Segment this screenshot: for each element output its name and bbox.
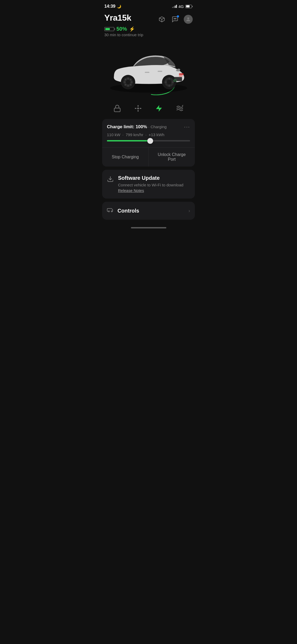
charge-added: +13 kWh <box>149 132 164 137</box>
car-battery-bar <box>104 27 114 31</box>
charge-slider[interactable] <box>102 140 195 145</box>
svg-line-2 <box>162 18 164 19</box>
svg-rect-29 <box>145 72 149 73</box>
signal-bars <box>172 5 177 8</box>
action-buttons: Stop Charging Unlock Charge Port <box>102 147 195 167</box>
messages-icon[interactable] <box>171 15 180 24</box>
svg-point-38 <box>108 211 109 212</box>
charge-card: Charge limit: 100% · Charging ··· 110 kW… <box>102 119 195 167</box>
software-update-desc: Connect vehicle to Wi-Fi to download Rel… <box>118 182 183 193</box>
battery-status-row: 50% ⚡ <box>99 24 198 32</box>
charging-bolt-icon: ⚡ <box>129 26 135 32</box>
controls-chevron-icon: › <box>188 208 190 214</box>
app-header: Yra15k <box>99 11 198 24</box>
svg-rect-26 <box>179 73 183 75</box>
car-image <box>99 40 198 98</box>
download-icon <box>107 176 114 184</box>
car-name-block: Yra15k <box>104 13 131 22</box>
battery-percent: 50% <box>116 26 127 32</box>
home-indicator <box>99 223 198 233</box>
status-right: 4G <box>172 4 193 9</box>
quick-actions-row <box>99 98 198 119</box>
charge-limit-label: Charge limit: 100% · Charging <box>107 124 167 129</box>
software-update-title: Software Update <box>118 175 183 181</box>
charge-limit-info: Charge limit: 100% · Charging <box>107 124 167 130</box>
battery-icon <box>185 5 193 8</box>
fan-action[interactable] <box>132 102 144 115</box>
unlock-charge-port-button[interactable]: Unlock Charge Port <box>149 148 195 167</box>
network-text: 4G <box>178 4 184 9</box>
svg-line-0 <box>159 18 162 19</box>
status-time: 14:39 <box>104 4 115 9</box>
car-name: Yra15k <box>104 13 131 22</box>
header-icons <box>157 15 193 24</box>
svg-point-21 <box>167 80 172 85</box>
software-update-card: Software Update Connect vehicle to Wi-Fi… <box>102 170 195 199</box>
moon-icon: 🌙 <box>117 4 121 8</box>
software-content: Software Update Connect vehicle to Wi-Fi… <box>118 175 183 193</box>
charge-power: 110 kW <box>107 132 120 137</box>
svg-point-6 <box>187 17 189 19</box>
controls-car-icon <box>107 206 114 215</box>
svg-line-36 <box>182 105 183 106</box>
home-bar <box>131 227 166 228</box>
cube-icon[interactable] <box>157 15 166 24</box>
charge-speed: 799 km/hr <box>126 132 143 137</box>
status-bar: 14:39 🌙 4G <box>99 0 198 11</box>
defrost-action[interactable] <box>173 102 186 115</box>
release-notes-link[interactable]: Release Notes <box>118 188 144 193</box>
svg-rect-30 <box>158 71 162 72</box>
svg-point-4 <box>175 19 175 19</box>
controls-row[interactable]: Controls › <box>102 202 195 220</box>
controls-label: Controls <box>117 208 185 214</box>
charge-card-header: Charge limit: 100% · Charging ··· <box>102 119 195 131</box>
svg-point-3 <box>174 19 175 19</box>
svg-point-34 <box>137 108 139 109</box>
svg-rect-33 <box>114 108 120 112</box>
svg-rect-32 <box>174 80 176 81</box>
notification-dot <box>177 15 179 17</box>
svg-point-5 <box>176 19 176 19</box>
car-svg <box>100 42 197 95</box>
more-options-button[interactable]: ··· <box>184 124 190 130</box>
avatar[interactable] <box>184 15 193 24</box>
svg-rect-27 <box>179 75 182 76</box>
lock-action[interactable] <box>111 102 124 115</box>
svg-marker-35 <box>156 105 162 112</box>
slider-thumb[interactable] <box>147 138 153 144</box>
charge-action[interactable] <box>153 102 165 115</box>
trip-info: 30 min to continue trip <box>99 32 198 37</box>
stop-charging-button[interactable]: Stop Charging <box>102 148 149 167</box>
